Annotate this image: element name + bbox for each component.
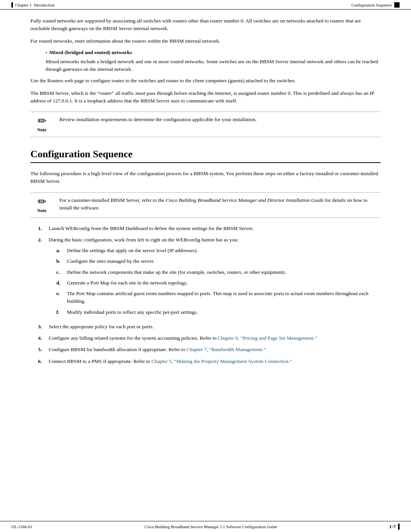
note-label-2: Note <box>37 208 46 214</box>
header-chapter-title: Introduction <box>34 3 54 7</box>
step-4-link[interactable]: Chapter 6, “Pricing and Page Set Managem… <box>218 335 317 341</box>
note-text-2: For a customer-installed BBSM Server, re… <box>59 197 381 212</box>
step-6: 6. Connect BBSM to a PMS if appropriate.… <box>38 358 381 365</box>
step-2: 2. During the basic configuration, work … <box>38 236 381 319</box>
main-content: Fully routed networks are supported by a… <box>0 10 411 392</box>
note-label-1: Note <box>37 127 46 133</box>
step-5: 5. Configure BBSM for bandwidth allocati… <box>38 346 381 353</box>
step-3: 3. Select the appropriate policy for eac… <box>38 323 381 331</box>
para-2: For routed networks, enter information a… <box>30 37 381 45</box>
note-text-1: Review installation requirements to dete… <box>59 116 381 123</box>
para-1: Fully routed networks are supported by a… <box>30 17 381 33</box>
step-6-content: Connect BBSM to a PMS if appropriate. Re… <box>49 358 381 365</box>
para-3: Use the Routers web page to configure ro… <box>30 77 381 85</box>
sub-text-c: Define the network components that make … <box>67 268 286 276</box>
bullet-section-mixed: • Mixed (bridged and routed) networks Mi… <box>46 50 381 73</box>
footer-page-number: 1-7 <box>389 524 396 530</box>
sub-item-a: a. Define the settings that apply on the… <box>56 247 381 254</box>
step-5-link[interactable]: Chapter 7, “Bandwidth Management.” <box>186 347 266 352</box>
sub-text-f: Modify individual ports to reflect any s… <box>67 308 198 316</box>
sub-text-a: Define the settings that apply on the se… <box>67 247 198 254</box>
sub-item-c: c. Define the network components that ma… <box>56 268 381 276</box>
note2-prefix: For a customer-installed BBSM Server, re… <box>59 197 166 203</box>
sub-item-e: e. The Port Map contains artificial gues… <box>56 290 381 305</box>
sub-text-d: Generate a Port Map for each site in the… <box>67 279 188 287</box>
step-4-num: 4. <box>38 334 45 342</box>
footer-part-number: OL-1566-01 <box>11 524 32 529</box>
bullet-dot: • <box>46 51 47 55</box>
sub-letter-b: b. <box>56 257 63 265</box>
step-5-prefix: Configure BBSM for bandwidth allocation … <box>49 347 186 352</box>
step-6-num: 6. <box>38 358 45 365</box>
header-left-bar <box>11 2 13 8</box>
footer-right-bar <box>398 524 400 530</box>
step-6-prefix: Connect BBSM to a PMS if appropriate. Re… <box>49 358 151 364</box>
step-4-prefix: Configure any billing related systems fo… <box>49 335 218 341</box>
step-6-link[interactable]: Chapter 5, “Making the Property Manageme… <box>151 358 292 364</box>
step-5-content: Configure BBSM for bandwidth allocation … <box>49 346 381 353</box>
bullet-title: Mixed (bridged and routed) networks <box>49 50 132 56</box>
sub-letter-d: d. <box>56 279 63 287</box>
sub-text-b: Configure the sites managed by the serve… <box>67 257 155 265</box>
step-1: 1. Launch WEBconfig from the BBSM Dashbo… <box>38 225 381 232</box>
header-left: Chapter 1 Introduction <box>11 2 54 8</box>
sub-item-d: d. Generate a Port Map for each site in … <box>56 279 381 287</box>
sub-item-f: f. Modify individual ports to reflect an… <box>56 308 381 316</box>
sub-letter-a: a. <box>56 247 63 254</box>
header-section-label: Configuration Sequence <box>351 3 392 7</box>
pencil-icon-1: ✏ <box>38 116 46 126</box>
para-4: The BBSM Server, which is the “router” a… <box>30 89 381 105</box>
sub-text-e: The Port Map contains artificial guest r… <box>67 290 381 305</box>
pencil-icon-2: ✏ <box>38 197 46 207</box>
note-icon-area-2: ✏ Note <box>30 197 53 214</box>
step-2-content: During the basic configuration, work fro… <box>49 236 381 319</box>
note-icon-area-1: ✏ Note <box>30 116 53 133</box>
section-intro: The following procedure is a high level … <box>30 170 381 185</box>
bullet-header: • Mixed (bridged and routed) networks <box>46 50 381 56</box>
page-header: Chapter 1 Introduction Configuration Seq… <box>0 0 411 10</box>
footer-right: 1-7 <box>389 524 400 530</box>
note2-italic: Cisco Building Broadband Service Manager… <box>166 197 323 203</box>
sub-letter-c: c. <box>56 268 63 276</box>
header-chapter-label: Chapter 1 <box>15 3 32 7</box>
sub-letter-e: e. <box>56 290 63 305</box>
step-2-text: During the basic configuration, work fro… <box>49 237 238 243</box>
step-3-num: 3. <box>38 323 45 331</box>
header-right-bar <box>394 2 400 8</box>
note-box-1: ✏ Note Review installation requirements … <box>30 112 381 137</box>
footer-center: Cisco Building Broadband Service Manager… <box>32 524 389 529</box>
step-1-content: Launch WEBconfig from the BBSM Dashboard… <box>49 225 381 232</box>
numbered-steps: 1. Launch WEBconfig from the BBSM Dashbo… <box>38 225 381 365</box>
header-right: Configuration Sequence <box>351 2 400 8</box>
bullet-body: Mixed networks include a bridged network… <box>46 58 381 73</box>
page-footer: OL-1566-01 Cisco Building Broadband Serv… <box>0 521 411 532</box>
step-5-num: 5. <box>38 346 45 353</box>
footer-left: OL-1566-01 <box>11 524 32 529</box>
step-3-content: Select the appropriate policy for each p… <box>49 323 381 331</box>
sub-letter-f: f. <box>56 308 63 316</box>
step-4-content: Configure any billing related systems fo… <box>49 334 381 342</box>
step-2-sub-list: a. Define the settings that apply on the… <box>56 247 381 316</box>
note-box-2: ✏ Note For a customer-installed BBSM Ser… <box>30 192 381 218</box>
section-heading: Configuration Sequence <box>30 149 381 163</box>
step-2-num: 2. <box>38 236 45 319</box>
step-4: 4. Configure any billing related systems… <box>38 334 381 342</box>
sub-item-b: b. Configure the sites managed by the se… <box>56 257 381 265</box>
step-1-num: 1. <box>38 225 45 232</box>
